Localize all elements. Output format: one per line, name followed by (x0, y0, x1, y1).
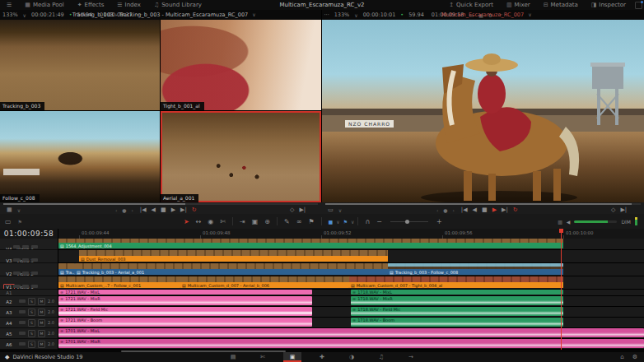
chevron-down-icon[interactable]: ∨ (23, 12, 26, 18)
solo-button[interactable]: S (28, 341, 35, 348)
index-button[interactable]: ☰Index (110, 0, 147, 10)
audio-clip[interactable]: ∞1701.WAV - MixL (58, 328, 644, 337)
track-badge-a5[interactable]: A5 (3, 331, 15, 337)
solo-button[interactable]: S (28, 309, 35, 316)
stop-button[interactable]: ■ (482, 207, 488, 213)
audio-track-a6[interactable]: ∞1701.WAV - MixR (58, 339, 644, 350)
video-track-header-v4[interactable]: V4Video 4 (0, 239, 58, 250)
multicam-view-icon[interactable]: ▦ (7, 207, 12, 213)
audio-clip[interactable]: ∞1701.WAV - MixR (58, 339, 644, 348)
marker-color-button[interactable]: ■ (329, 219, 334, 225)
effects-button[interactable]: ✦Effects (71, 0, 111, 10)
multicam-angle-tracking[interactable]: Tracking_b_003 (0, 20, 160, 110)
timeline-master-timecode[interactable]: 01:00:09:58 (0, 229, 58, 239)
lock-icon[interactable] (13, 285, 20, 288)
first-frame-button[interactable]: |◀ (140, 207, 147, 213)
timeline-scrub-bar[interactable] (325, 203, 641, 205)
audio-clip[interactable]: ∞1721.WAV - Boom (58, 318, 312, 327)
quick-export-button[interactable]: ↥Quick Export (442, 0, 500, 10)
match-frame-icon[interactable]: ◇ (611, 207, 615, 213)
link-clips-button[interactable]: ∞ (296, 218, 302, 225)
play-reverse-button[interactable]: ◀ (473, 207, 477, 213)
lock-icon[interactable] (13, 245, 20, 248)
page-button-deliver[interactable]: → (402, 352, 420, 362)
multicam-angle-tight[interactable]: Tight_b_001_al (161, 20, 321, 110)
audio-track-a3[interactable]: ∞1721.WAV - Field Mic∞1718.WAV - Field M… (58, 307, 644, 318)
lock-icon[interactable] (13, 258, 20, 262)
trim-tool-button[interactable]: ↔ (196, 218, 202, 225)
razor-tool-button[interactable]: ✄ (220, 218, 226, 225)
video-track-v4[interactable]: ▤1564_Adjustment_004 (58, 239, 644, 250)
audio-track-a2[interactable]: ∞1721.WAV - MixR∞1718.WAV - MixR (58, 296, 644, 307)
solo-button[interactable]: S (28, 319, 35, 327)
dynamic-trim-button[interactable]: ◉ (208, 218, 213, 225)
timeline-viewer-mode[interactable]: ▭ ∨ (328, 206, 342, 214)
track-control-icons[interactable] (13, 285, 38, 288)
pen-tool-button[interactable]: ✎ (284, 218, 290, 225)
solo-button[interactable]: S (28, 298, 35, 305)
destination-icon[interactable] (22, 258, 29, 262)
page-button-fusion[interactable]: ✚ (313, 352, 331, 362)
track-control-icons[interactable] (13, 258, 38, 262)
page-button-color[interactable]: ◑ (343, 352, 361, 362)
track-control-icons[interactable] (13, 272, 38, 275)
lock-icon[interactable] (13, 272, 20, 275)
timeline-title[interactable]: Multicam_Escaramuza_RC_007 ∨ (439, 12, 532, 18)
zoom-out-button[interactable]: − (376, 218, 382, 225)
audio-track-header-a4[interactable]: A4SM2.0 (0, 318, 58, 328)
track-badge-a6[interactable]: A6 (3, 341, 15, 348)
audio-clip[interactable]: ∞1718.WAV - Field Mic (351, 307, 563, 316)
audio-track-header-a6[interactable]: A6SM2.0 (0, 339, 58, 350)
media-pool-button[interactable]: ▦Media Pool (18, 0, 70, 10)
track-badge-a2[interactable]: A2 (3, 299, 15, 305)
snapping-button[interactable]: ∩ (365, 218, 370, 225)
first-frame-button[interactable]: |◀ (461, 207, 468, 213)
source-scrub-bar[interactable] (3, 203, 318, 205)
video-track-header-v2[interactable]: V2Video 2 (0, 263, 58, 276)
page-button-fairlight[interactable]: ♫ (372, 352, 390, 362)
last-frame-button[interactable]: ▶| (502, 207, 508, 213)
next-edit-icon[interactable]: ▶| (620, 207, 627, 213)
multicam-angle-aerial-selected[interactable]: Aerial_a_001 (161, 111, 321, 202)
chevron-down-icon[interactable]: ∨ (351, 219, 354, 225)
timeline-tracks-area[interactable]: 01:00:09:4401:00:09:4801:00:09:5201:00:0… (58, 229, 644, 350)
video-clip[interactable]: ▤Multicam_Custom_d_007 - Aerial_b_006 (180, 276, 349, 288)
enable-icon[interactable] (31, 245, 38, 248)
page-button-media[interactable]: ▤ (224, 352, 242, 362)
timeline-flag-icon[interactable]: ⚑ (18, 219, 22, 225)
video-clip[interactable]: ▤Multicam_Custom_..7 - Follow_c_001 (58, 276, 180, 288)
video-track-header-v1[interactable]: V1Video 1 (0, 276, 58, 290)
timeline-view-icon[interactable]: ▭ (328, 207, 334, 213)
mute-button[interactable]: M (38, 341, 45, 348)
play-reverse-button[interactable]: ◀ (152, 207, 156, 213)
audio-clip[interactable]: ∞1718.WAV - MixR (351, 296, 563, 305)
timeline-zoom-level[interactable]: 133% (334, 12, 350, 18)
audio-track-a1[interactable]: ∞1721.WAV - MixL∞1718.WAV - MixL (58, 290, 644, 296)
video-clip[interactable]: ▤Tra.._al (58, 263, 75, 275)
replace-clip-button[interactable]: ⊕ (264, 218, 270, 225)
dim-button[interactable]: DIM (621, 219, 631, 225)
source-zoom-level[interactable]: 133% (2, 12, 18, 18)
mute-button[interactable]: M (38, 330, 45, 337)
solo-button[interactable]: S (28, 330, 35, 337)
source-clip-title[interactable]: Tracking_b_003 - Tracking_b_003 - Multic… (70, 12, 256, 18)
destination-icon[interactable] (22, 272, 29, 275)
notification-icon[interactable] (635, 2, 642, 9)
playhead[interactable] (561, 229, 562, 350)
flag-color-button[interactable]: ⚑ (343, 219, 348, 225)
zoom-in-button[interactable]: + (436, 218, 442, 225)
project-settings-icon[interactable]: ⚙ (632, 354, 637, 360)
video-track-v1[interactable]: ▤Multicam_Custom_..7 - Follow_c_001▤Mult… (58, 276, 644, 290)
speaker-icon[interactable]: ◀ (567, 219, 571, 225)
video-clip[interactable]: ▤Multicam_Custom_d_007 - Tight_b_004_al (349, 276, 563, 288)
enable-icon[interactable] (31, 258, 38, 262)
audio-track-header-a1[interactable]: A1 (0, 290, 58, 296)
audio-clip[interactable]: ∞1721.WAV - MixL (58, 290, 312, 295)
video-track-header-v3[interactable]: V3Video 3 (0, 250, 58, 263)
page-button-cut[interactable]: ✄ (254, 352, 272, 362)
jog-shuttle[interactable]: ‹ ● › (436, 207, 456, 213)
lock-icon[interactable] (19, 310, 26, 313)
lock-icon[interactable] (19, 321, 26, 324)
mute-button[interactable]: M (38, 298, 45, 305)
video-clip[interactable]: ▤1564_Adjustment_004 (58, 239, 563, 248)
